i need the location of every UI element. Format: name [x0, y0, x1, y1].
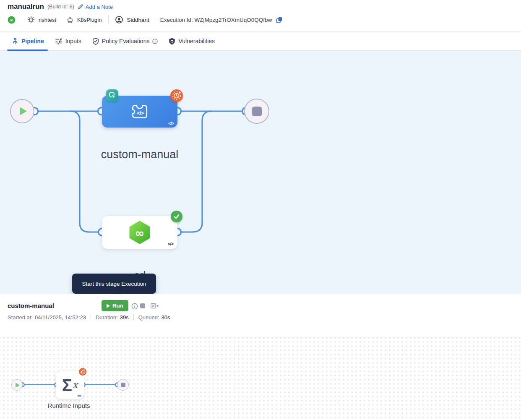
stage-node-cd[interactable]: ∞ </> — [102, 216, 177, 249]
project-name: rishtest — [39, 17, 56, 23]
build-id: (Build Id: 6) — [47, 4, 74, 10]
add-note-label: Add a Note — [86, 4, 113, 10]
code-badge: </> — [77, 394, 81, 398]
check-icon — [173, 213, 180, 220]
stop-square-icon — [140, 303, 145, 308]
connector-svg — [0, 51, 521, 294]
waiting-badge — [170, 89, 183, 102]
mini-end-node — [117, 379, 129, 391]
code-badge: </> — [168, 241, 173, 246]
execution-graph-canvas[interactable]: Σ x </> Runtime Inputs — [0, 337, 521, 420]
pencil-icon — [78, 4, 83, 10]
divider — [108, 15, 109, 24]
start-node — [10, 99, 34, 123]
run-play-icon — [107, 304, 110, 308]
delegate-name: K8sPlugin — [77, 17, 102, 23]
started-label: Started at: — [8, 314, 33, 321]
custom-stage-icon: </> — [130, 103, 149, 120]
harness-hexagon-icon: ∞ — [128, 220, 152, 245]
stage-meta-row: Started at: 04/11/2025, 14:52:23 Duratio… — [8, 314, 170, 321]
end-node — [244, 99, 269, 124]
clock-icon — [171, 90, 182, 101]
mini-waiting-badge — [79, 368, 86, 376]
stop-icon — [121, 383, 125, 387]
execution-id: Execution Id: WZjMpzg2TrOXmUqO0QQfbw — [160, 17, 272, 23]
info-button[interactable] — [131, 303, 138, 310]
stop-button[interactable] — [140, 303, 145, 308]
queued-value: 30s — [162, 314, 170, 321]
header-meta-row: ∞ rishtest K8sPlugin — [8, 15, 283, 24]
cursor-click-badge — [106, 89, 118, 102]
stop-icon — [252, 107, 262, 116]
queued-label: Queued: — [138, 314, 159, 321]
execution-header: manualrun (Build Id: 6) Add a Note ∞ ris… — [0, 0, 521, 32]
tab-inputs[interactable]: Inputs — [55, 38, 81, 44]
inputs-icon — [55, 38, 63, 44]
run-stage-tooltip: Start this stage Execution — [72, 274, 156, 294]
duration-label: Duration: — [96, 314, 118, 321]
stage1-label: custom-manual — [81, 148, 198, 161]
play-icon — [20, 107, 27, 115]
tab-bar: Pipeline Inputs Policy Evaluations — [0, 32, 521, 51]
clock-icon — [80, 369, 86, 375]
tab-label: Pipeline — [21, 38, 44, 44]
add-note-button[interactable]: Add a Note — [78, 4, 113, 10]
user-name: Siddhant — [127, 17, 149, 23]
svg-text:∞: ∞ — [10, 17, 13, 23]
sigma-icon: Σ — [62, 377, 72, 394]
tab-label: Inputs — [65, 38, 81, 44]
info-icon — [152, 39, 158, 44]
tab-label: Vulnerabilities — [178, 38, 215, 44]
svg-text:</>: </> — [137, 110, 144, 116]
success-badge — [171, 211, 182, 222]
policy-shield-icon — [92, 38, 99, 45]
run-label: Run — [112, 303, 123, 309]
tab-label: Policy Evaluations — [102, 38, 150, 44]
cursor-click-icon — [107, 91, 117, 100]
play-icon — [16, 383, 20, 388]
gear-icon — [27, 16, 35, 23]
header-title-row: manualrun (Build Id: 6) Add a Note — [8, 1, 113, 12]
code-badge: </> — [168, 121, 174, 126]
runtime-inputs-node[interactable]: Σ x </> — [56, 371, 84, 399]
mini-start-node — [11, 379, 23, 391]
abort-icon — [151, 303, 159, 309]
stage-node-custom-manual[interactable]: </> </> — [102, 96, 177, 128]
run-button[interactable]: Run — [102, 300, 128, 311]
divider — [133, 314, 134, 321]
runtime-inputs-label: Runtime Inputs — [35, 402, 102, 409]
svg-text:∞: ∞ — [135, 227, 145, 240]
divider — [91, 314, 91, 321]
pipeline-icon — [12, 38, 18, 44]
harness-module-icon: ∞ — [8, 16, 16, 24]
copy-icon[interactable] — [276, 16, 283, 23]
started-value: 04/11/2025, 14:52:23 — [35, 314, 86, 321]
tab-vulnerabilities[interactable]: Vulnerabilities — [169, 38, 215, 45]
pipeline-canvas[interactable]: </> </> custom-manual — [0, 51, 521, 294]
user-icon — [115, 16, 123, 23]
page-title: manualrun — [8, 3, 44, 11]
stage-name: custom-manual — [8, 302, 54, 309]
info-circle-icon — [131, 303, 138, 310]
duration-value: 39s — [120, 314, 129, 321]
vulnerabilities-shield-icon — [169, 38, 175, 45]
sigma-x: x — [73, 380, 78, 390]
tab-pipeline[interactable]: Pipeline — [12, 38, 44, 44]
abort-expired-button[interactable] — [151, 303, 159, 309]
tab-policy-evaluations[interactable]: Policy Evaluations — [92, 38, 158, 45]
delegate-icon — [67, 16, 73, 23]
